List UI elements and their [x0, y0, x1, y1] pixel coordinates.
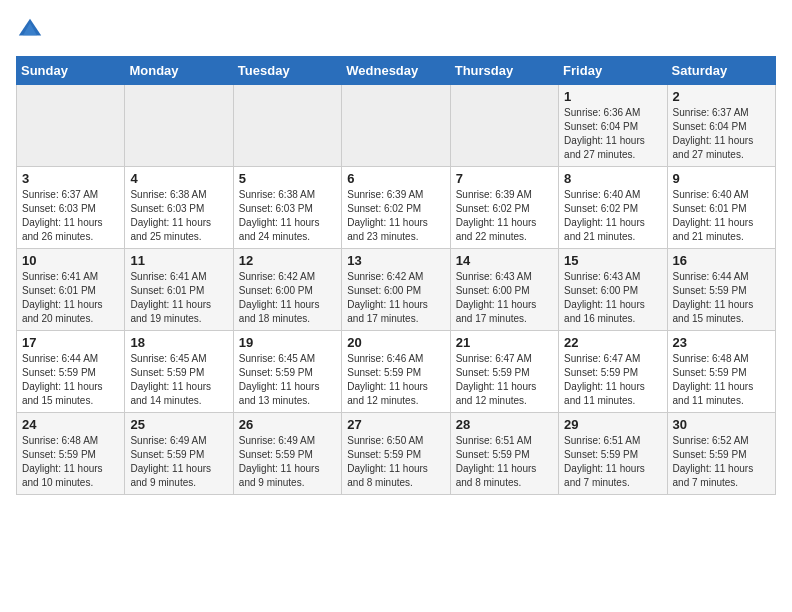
day-info: Sunrise: 6:45 AMSunset: 5:59 PMDaylight:… — [239, 352, 336, 408]
day-number: 13 — [347, 253, 444, 268]
day-number: 10 — [22, 253, 119, 268]
calendar-cell: 24Sunrise: 6:48 AMSunset: 5:59 PMDayligh… — [17, 413, 125, 495]
day-info: Sunrise: 6:48 AMSunset: 5:59 PMDaylight:… — [22, 434, 119, 490]
calendar-cell: 1Sunrise: 6:36 AMSunset: 6:04 PMDaylight… — [559, 85, 667, 167]
day-number: 21 — [456, 335, 553, 350]
calendar-week-row: 1Sunrise: 6:36 AMSunset: 6:04 PMDaylight… — [17, 85, 776, 167]
day-info: Sunrise: 6:39 AMSunset: 6:02 PMDaylight:… — [456, 188, 553, 244]
calendar-cell: 28Sunrise: 6:51 AMSunset: 5:59 PMDayligh… — [450, 413, 558, 495]
day-number: 11 — [130, 253, 227, 268]
day-number: 23 — [673, 335, 770, 350]
calendar-cell: 25Sunrise: 6:49 AMSunset: 5:59 PMDayligh… — [125, 413, 233, 495]
day-info: Sunrise: 6:40 AMSunset: 6:01 PMDaylight:… — [673, 188, 770, 244]
day-info: Sunrise: 6:37 AMSunset: 6:04 PMDaylight:… — [673, 106, 770, 162]
page-header — [16, 16, 776, 44]
header-thursday: Thursday — [450, 57, 558, 85]
day-info: Sunrise: 6:38 AMSunset: 6:03 PMDaylight:… — [130, 188, 227, 244]
day-number: 30 — [673, 417, 770, 432]
day-info: Sunrise: 6:41 AMSunset: 6:01 PMDaylight:… — [22, 270, 119, 326]
calendar-cell: 3Sunrise: 6:37 AMSunset: 6:03 PMDaylight… — [17, 167, 125, 249]
day-number: 5 — [239, 171, 336, 186]
day-info: Sunrise: 6:44 AMSunset: 5:59 PMDaylight:… — [22, 352, 119, 408]
calendar-table: SundayMondayTuesdayWednesdayThursdayFrid… — [16, 56, 776, 495]
day-info: Sunrise: 6:50 AMSunset: 5:59 PMDaylight:… — [347, 434, 444, 490]
day-info: Sunrise: 6:43 AMSunset: 6:00 PMDaylight:… — [564, 270, 661, 326]
calendar-cell: 6Sunrise: 6:39 AMSunset: 6:02 PMDaylight… — [342, 167, 450, 249]
header-friday: Friday — [559, 57, 667, 85]
header-saturday: Saturday — [667, 57, 775, 85]
logo — [16, 16, 48, 44]
logo-icon — [16, 16, 44, 44]
calendar-week-row: 17Sunrise: 6:44 AMSunset: 5:59 PMDayligh… — [17, 331, 776, 413]
day-number: 28 — [456, 417, 553, 432]
calendar-cell: 5Sunrise: 6:38 AMSunset: 6:03 PMDaylight… — [233, 167, 341, 249]
day-number: 29 — [564, 417, 661, 432]
day-number: 18 — [130, 335, 227, 350]
calendar-week-row: 24Sunrise: 6:48 AMSunset: 5:59 PMDayligh… — [17, 413, 776, 495]
calendar-cell: 9Sunrise: 6:40 AMSunset: 6:01 PMDaylight… — [667, 167, 775, 249]
calendar-cell — [125, 85, 233, 167]
day-info: Sunrise: 6:49 AMSunset: 5:59 PMDaylight:… — [130, 434, 227, 490]
day-number: 17 — [22, 335, 119, 350]
header-sunday: Sunday — [17, 57, 125, 85]
calendar-cell: 19Sunrise: 6:45 AMSunset: 5:59 PMDayligh… — [233, 331, 341, 413]
calendar-cell: 20Sunrise: 6:46 AMSunset: 5:59 PMDayligh… — [342, 331, 450, 413]
day-number: 6 — [347, 171, 444, 186]
day-info: Sunrise: 6:38 AMSunset: 6:03 PMDaylight:… — [239, 188, 336, 244]
day-info: Sunrise: 6:49 AMSunset: 5:59 PMDaylight:… — [239, 434, 336, 490]
calendar-cell: 4Sunrise: 6:38 AMSunset: 6:03 PMDaylight… — [125, 167, 233, 249]
calendar-cell: 13Sunrise: 6:42 AMSunset: 6:00 PMDayligh… — [342, 249, 450, 331]
calendar-cell — [342, 85, 450, 167]
day-info: Sunrise: 6:36 AMSunset: 6:04 PMDaylight:… — [564, 106, 661, 162]
day-info: Sunrise: 6:42 AMSunset: 6:00 PMDaylight:… — [239, 270, 336, 326]
calendar-cell: 26Sunrise: 6:49 AMSunset: 5:59 PMDayligh… — [233, 413, 341, 495]
day-number: 8 — [564, 171, 661, 186]
day-number: 9 — [673, 171, 770, 186]
day-number: 19 — [239, 335, 336, 350]
calendar-cell: 10Sunrise: 6:41 AMSunset: 6:01 PMDayligh… — [17, 249, 125, 331]
calendar-cell — [233, 85, 341, 167]
day-number: 20 — [347, 335, 444, 350]
day-number: 1 — [564, 89, 661, 104]
calendar-cell: 8Sunrise: 6:40 AMSunset: 6:02 PMDaylight… — [559, 167, 667, 249]
calendar-cell: 11Sunrise: 6:41 AMSunset: 6:01 PMDayligh… — [125, 249, 233, 331]
day-info: Sunrise: 6:37 AMSunset: 6:03 PMDaylight:… — [22, 188, 119, 244]
day-info: Sunrise: 6:41 AMSunset: 6:01 PMDaylight:… — [130, 270, 227, 326]
day-info: Sunrise: 6:45 AMSunset: 5:59 PMDaylight:… — [130, 352, 227, 408]
day-info: Sunrise: 6:44 AMSunset: 5:59 PMDaylight:… — [673, 270, 770, 326]
day-number: 4 — [130, 171, 227, 186]
calendar-cell: 18Sunrise: 6:45 AMSunset: 5:59 PMDayligh… — [125, 331, 233, 413]
calendar-cell: 23Sunrise: 6:48 AMSunset: 5:59 PMDayligh… — [667, 331, 775, 413]
day-info: Sunrise: 6:40 AMSunset: 6:02 PMDaylight:… — [564, 188, 661, 244]
day-info: Sunrise: 6:43 AMSunset: 6:00 PMDaylight:… — [456, 270, 553, 326]
day-number: 25 — [130, 417, 227, 432]
calendar-cell: 29Sunrise: 6:51 AMSunset: 5:59 PMDayligh… — [559, 413, 667, 495]
calendar-header-row: SundayMondayTuesdayWednesdayThursdayFrid… — [17, 57, 776, 85]
day-info: Sunrise: 6:47 AMSunset: 5:59 PMDaylight:… — [564, 352, 661, 408]
day-number: 14 — [456, 253, 553, 268]
calendar-cell: 2Sunrise: 6:37 AMSunset: 6:04 PMDaylight… — [667, 85, 775, 167]
day-info: Sunrise: 6:47 AMSunset: 5:59 PMDaylight:… — [456, 352, 553, 408]
day-info: Sunrise: 6:39 AMSunset: 6:02 PMDaylight:… — [347, 188, 444, 244]
day-number: 3 — [22, 171, 119, 186]
calendar-cell — [17, 85, 125, 167]
header-tuesday: Tuesday — [233, 57, 341, 85]
day-info: Sunrise: 6:52 AMSunset: 5:59 PMDaylight:… — [673, 434, 770, 490]
day-number: 22 — [564, 335, 661, 350]
day-number: 24 — [22, 417, 119, 432]
day-number: 12 — [239, 253, 336, 268]
calendar-cell: 7Sunrise: 6:39 AMSunset: 6:02 PMDaylight… — [450, 167, 558, 249]
day-number: 27 — [347, 417, 444, 432]
header-wednesday: Wednesday — [342, 57, 450, 85]
day-info: Sunrise: 6:42 AMSunset: 6:00 PMDaylight:… — [347, 270, 444, 326]
calendar-cell: 30Sunrise: 6:52 AMSunset: 5:59 PMDayligh… — [667, 413, 775, 495]
calendar-cell: 16Sunrise: 6:44 AMSunset: 5:59 PMDayligh… — [667, 249, 775, 331]
day-number: 7 — [456, 171, 553, 186]
day-info: Sunrise: 6:46 AMSunset: 5:59 PMDaylight:… — [347, 352, 444, 408]
day-info: Sunrise: 6:51 AMSunset: 5:59 PMDaylight:… — [564, 434, 661, 490]
day-info: Sunrise: 6:51 AMSunset: 5:59 PMDaylight:… — [456, 434, 553, 490]
calendar-cell: 15Sunrise: 6:43 AMSunset: 6:00 PMDayligh… — [559, 249, 667, 331]
day-info: Sunrise: 6:48 AMSunset: 5:59 PMDaylight:… — [673, 352, 770, 408]
calendar-cell: 12Sunrise: 6:42 AMSunset: 6:00 PMDayligh… — [233, 249, 341, 331]
calendar-week-row: 3Sunrise: 6:37 AMSunset: 6:03 PMDaylight… — [17, 167, 776, 249]
